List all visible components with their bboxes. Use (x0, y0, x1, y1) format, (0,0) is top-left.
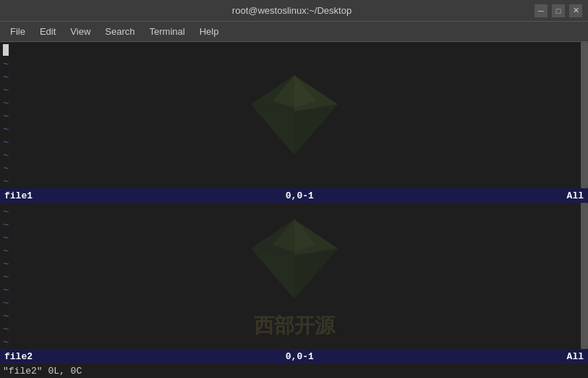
status-scroll-top: All (567, 190, 584, 201)
window-controls: ─ □ ✕ (534, 4, 582, 17)
vim-pane-top[interactable]: ~ ~ ~ ~ ~ ~ ~ ~ ~ ~ ~ ~ ~ (0, 42, 588, 188)
menu-bar: File Edit View Search Terminal Help (0, 22, 588, 42)
scrollbar-thumb-bottom[interactable] (581, 203, 588, 349)
status-position-top: 0,0-1 (286, 190, 314, 201)
svg-marker-3 (294, 104, 338, 155)
menu-edit[interactable]: Edit (33, 23, 63, 40)
vim-pane-bottom[interactable]: ~ ~ ~ ~ ~ ~ ~ ~ ~ ~ ~ 西部开源 (0, 203, 588, 349)
minimize-button[interactable]: ─ (534, 4, 547, 17)
status-scroll-bottom: All (567, 351, 584, 362)
status-filename-bottom: file2 (4, 351, 33, 362)
restore-button[interactable]: □ (552, 4, 565, 17)
vim-area: ~ ~ ~ ~ ~ ~ ~ ~ ~ ~ ~ ~ ~ (0, 42, 588, 378)
status-position-bottom: 0,0-1 (286, 351, 314, 362)
scrollbar-top[interactable] (581, 42, 588, 188)
svg-marker-6 (251, 219, 338, 299)
svg-marker-9 (294, 248, 338, 299)
svg-marker-2 (251, 75, 294, 112)
close-button[interactable]: ✕ (569, 4, 582, 17)
scrollbar-thumb-top[interactable] (581, 42, 588, 188)
cursor-top (3, 44, 9, 56)
svg-marker-0 (251, 75, 338, 155)
menu-search[interactable]: Search (98, 23, 142, 40)
svg-marker-7 (294, 219, 338, 256)
svg-marker-1 (294, 75, 338, 112)
svg-marker-11 (273, 219, 316, 252)
svg-marker-4 (251, 104, 294, 155)
svg-marker-10 (251, 248, 294, 299)
svg-marker-5 (273, 75, 316, 108)
menu-file[interactable]: File (3, 23, 33, 40)
tilde-lines-bottom: ~ ~ ~ ~ ~ ~ ~ ~ ~ ~ ~ (0, 204, 12, 349)
command-line-text: "file2" 0L, 0C (3, 366, 82, 377)
status-filename-top: file1 (4, 190, 33, 201)
title-bar: root@westoslinux:~/Desktop ─ □ ✕ (0, 0, 588, 22)
menu-help[interactable]: Help (192, 23, 226, 40)
command-line: "file2" 0L, 0C (0, 364, 588, 378)
scrollbar-bottom[interactable] (581, 203, 588, 349)
watermark-text-bottom: 西部开源 (254, 312, 335, 340)
status-bar-top: file1 0,0-1 All (0, 188, 588, 203)
menu-terminal[interactable]: Terminal (142, 23, 192, 40)
watermark-top (237, 68, 352, 162)
window-title: root@westoslinux:~/Desktop (49, 5, 534, 16)
svg-marker-8 (251, 219, 294, 256)
tilde-lines-top: ~ ~ ~ ~ ~ ~ ~ ~ ~ ~ ~ ~ ~ (0, 56, 12, 188)
menu-view[interactable]: View (63, 23, 98, 40)
watermark-bottom: 西部开源 (237, 212, 352, 340)
status-bar-bottom: file2 0,0-1 All (0, 349, 588, 364)
